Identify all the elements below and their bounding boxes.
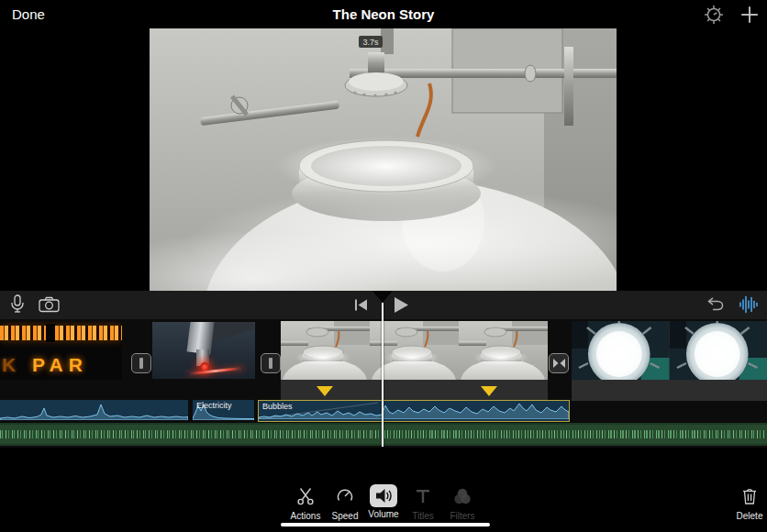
tool-actions[interactable]: Actions [284,484,327,521]
clip-lower-strip [281,380,548,401]
audio-waveform [0,400,188,420]
tool-titles: Titles [402,484,444,521]
audio-clip-1[interactable] [0,400,188,420]
speaker-icon [375,488,393,504]
equipment-tag-label: 3.7s [362,38,379,47]
waveform-icon [739,295,759,314]
video-preview[interactable]: 3.7s [150,28,617,291]
tool-label: Volume [362,509,405,519]
transition-bar-icon [139,358,143,369]
porthole-thumbnail [572,321,670,380]
transition-button-3[interactable] [549,353,569,373]
clip-marker-triangle [317,386,333,396]
tool-label: Speed [324,511,366,521]
audio-clip-bubbles[interactable]: Bubbles [258,400,570,422]
tool-volume[interactable]: Volume [362,484,405,519]
tool-label: Delete [728,511,767,521]
neon-tubes-graphic [0,326,122,340]
video-clip-neon-sign[interactable]: K PAR [0,321,122,380]
record-voiceover-button[interactable] [10,294,30,315]
transition-button-1[interactable] [131,353,151,373]
playhead[interactable] [382,303,384,447]
video-clip-tank[interactable] [281,321,548,401]
audio-clip-label: Bubbles [262,402,293,411]
t-icon [414,487,432,505]
audio-clip-label: Electricity [196,401,232,410]
skip-to-start-button[interactable] [355,298,370,313]
background-music-track[interactable] [0,423,767,446]
gear-icon [704,5,724,25]
video-clip-porthole[interactable] [572,321,767,401]
top-bar: Done The Neon Story [0,0,767,28]
tool-label: Filters [441,511,484,521]
scissors-icon [296,487,315,505]
home-indicator[interactable] [281,523,490,526]
trash-icon [741,487,758,505]
skip-back-icon [355,298,369,312]
neon-sign-text: K PAR [2,354,88,376]
tank-thumbnail [281,321,370,380]
settings-button[interactable] [704,5,724,25]
transition-triangles-icon [553,359,565,368]
porthole-thumbnail [670,321,767,380]
music-waveform-ticks [0,430,767,438]
mic-icon [10,294,25,315]
volume-controls-row: 100% Trim [0,448,767,479]
transition-button-2[interactable] [261,353,281,373]
project-title: The Neon Story [0,6,767,22]
transition-bar-icon [269,358,272,369]
preview-frame-tank-scene: 3.7s [150,28,617,291]
tool-filters: Filters [441,484,484,521]
tool-label: Titles [402,511,444,521]
audio-waveform [259,401,569,419]
tank-thumbnail [459,321,548,380]
clip-marker-triangle [481,386,497,396]
laser-streak-graphic [187,367,244,375]
plus-icon [739,5,760,25]
playhead-marker-triangle [372,291,393,303]
add-media-button[interactable] [739,5,760,25]
undo-arrow-icon [705,296,725,313]
circles-icon [452,487,472,505]
audio-waveforms-toggle-button[interactable] [739,295,759,316]
play-button[interactable] [395,297,409,313]
record-camera-button[interactable] [39,296,59,316]
play-icon [395,297,408,313]
undo-button[interactable] [705,296,725,316]
clip-lower-strip [572,380,767,401]
delete-button[interactable]: Delete [728,484,767,521]
tool-speed[interactable]: Speed [324,484,366,521]
imovie-editor: Done The Neon Story [0,0,767,532]
audio-clip-electricity[interactable]: Electricity [193,400,254,420]
tool-label: Actions [284,511,327,521]
camera-icon [39,296,61,313]
gauge-icon [336,487,354,505]
video-clip-laser[interactable] [152,322,255,379]
